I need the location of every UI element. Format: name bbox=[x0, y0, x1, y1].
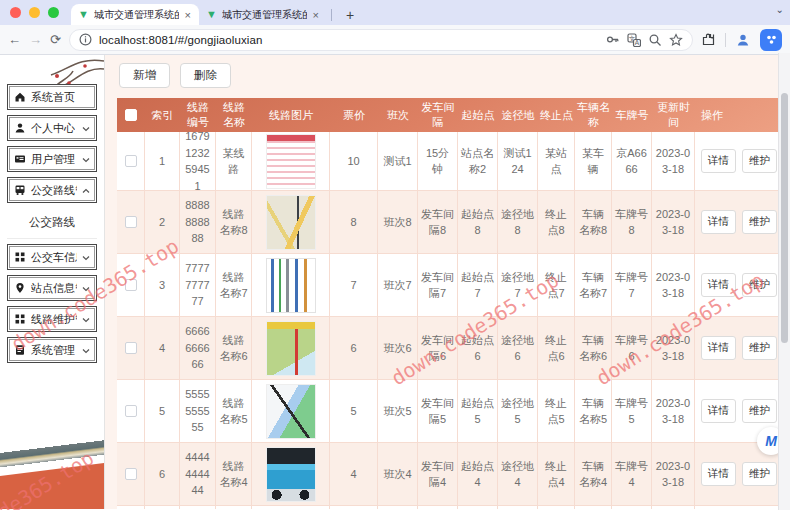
zoom-window-button[interactable] bbox=[48, 7, 59, 18]
site-info-icon[interactable] bbox=[79, 33, 92, 46]
column-header-origin: 起始点 bbox=[458, 98, 498, 132]
row-checkbox[interactable] bbox=[125, 468, 137, 480]
sidebar-item-stations[interactable]: 站点信息管理 bbox=[7, 275, 97, 301]
cell-via: 途径地8 bbox=[498, 191, 538, 254]
tab-title: 城市交通管理系统的设计与实现 bbox=[94, 8, 179, 22]
new-tab-button[interactable]: + bbox=[340, 7, 360, 23]
bookmark-star-icon[interactable] bbox=[669, 33, 683, 47]
row-checkbox[interactable] bbox=[125, 155, 137, 167]
sidebar-item-label: 系统首页 bbox=[31, 90, 75, 105]
sidebar-item-route-maintenance[interactable]: 线路维护管理 bbox=[7, 306, 97, 332]
cell-ops: 详情维护 bbox=[695, 254, 790, 317]
extensions-puzzle-icon[interactable] bbox=[701, 32, 716, 47]
zoom-page-icon[interactable] bbox=[648, 33, 662, 47]
cell-price bbox=[330, 506, 378, 509]
maintain-button[interactable]: 维护 bbox=[742, 462, 777, 486]
sidebar-item-bus-info[interactable]: 公交车信息管理 bbox=[7, 244, 97, 270]
row-checkbox[interactable] bbox=[125, 216, 137, 228]
maintain-button[interactable]: 维护 bbox=[742, 336, 777, 360]
tab-close-icon[interactable]: × bbox=[184, 9, 192, 21]
delete-button[interactable]: 删除 bbox=[180, 63, 231, 88]
cell-sel bbox=[117, 132, 145, 191]
route-image-thumbnail[interactable] bbox=[266, 134, 316, 189]
vue-favicon: ▼ bbox=[206, 9, 217, 20]
browser-window: ▼ 城市交通管理系统的设计与实现 × ▼ 城市交通管理系统的设计与实现 × + … bbox=[0, 0, 790, 510]
maintain-button[interactable]: 维护 bbox=[742, 210, 777, 234]
column-header-vehicle: 车辆名称 bbox=[575, 98, 612, 132]
table-row: 37777777777线路名称77班次7发车间隔7起始点7途径地7终止点7车辆名… bbox=[117, 254, 790, 317]
detail-button[interactable]: 详情 bbox=[701, 210, 736, 234]
cell-route_name: 线路名称7 bbox=[216, 254, 252, 317]
column-header-shift: 班次 bbox=[378, 98, 418, 132]
cell-ops bbox=[695, 506, 790, 509]
detail-button[interactable]: 详情 bbox=[701, 149, 736, 173]
row-checkbox[interactable] bbox=[125, 342, 137, 354]
add-button[interactable]: 新增 bbox=[119, 63, 170, 88]
url-text[interactable]: localhost:8081/#/gongjiaoluxian bbox=[99, 34, 598, 46]
tab-separator bbox=[331, 9, 332, 21]
sidebar-item-system[interactable]: 系统管理 bbox=[7, 337, 97, 363]
scrollbar-thumb[interactable] bbox=[781, 93, 788, 343]
row-checkbox[interactable] bbox=[125, 405, 137, 417]
route-image-thumbnail[interactable] bbox=[266, 258, 316, 313]
route-image-thumbnail[interactable] bbox=[266, 447, 316, 502]
cell-origin: 站点名称2 bbox=[458, 132, 498, 191]
workspace-app-icon[interactable] bbox=[760, 29, 782, 51]
sidebar-item-profile[interactable]: 个人中心 bbox=[7, 115, 97, 141]
tab-search-chevron-icon[interactable]: ⌄ bbox=[776, 4, 784, 15]
omnibox[interactable]: localhost:8081/#/gongjiaoluxian 文A bbox=[69, 29, 693, 51]
row-checkbox[interactable] bbox=[125, 279, 137, 291]
sidebar-item-bus-routes[interactable]: 公交路线管理 bbox=[7, 177, 97, 203]
vue-favicon: ▼ bbox=[78, 9, 89, 20]
select-all-checkbox[interactable] bbox=[125, 109, 137, 121]
password-key-icon[interactable] bbox=[605, 32, 620, 47]
cell-plate: 车牌号5 bbox=[612, 380, 652, 443]
back-icon[interactable]: ← bbox=[8, 33, 21, 46]
cell-vehicle bbox=[575, 506, 612, 509]
tab-close-icon[interactable]: × bbox=[312, 9, 320, 21]
browser-tab-inactive[interactable]: ▼ 城市交通管理系统的设计与实现 × bbox=[199, 4, 327, 25]
forward-icon[interactable]: → bbox=[29, 33, 42, 46]
header-select-cell[interactable] bbox=[117, 98, 145, 132]
sidebar-item-label: 线路维护管理 bbox=[31, 312, 77, 327]
minimize-window-button[interactable] bbox=[29, 7, 40, 18]
route-image-thumbnail[interactable] bbox=[266, 195, 316, 250]
cell-image bbox=[252, 443, 330, 506]
sidebar-subitem-bus-route[interactable]: 公交路线 bbox=[7, 215, 97, 230]
cell-interval bbox=[418, 506, 458, 509]
maintain-button[interactable]: 维护 bbox=[742, 149, 777, 173]
cell-via: 途径地5 bbox=[498, 380, 538, 443]
translate-icon[interactable]: 文A bbox=[627, 33, 641, 47]
map-pin-icon bbox=[14, 282, 26, 294]
browser-tab-active[interactable]: ▼ 城市交通管理系统的设计与实现 × bbox=[71, 4, 199, 25]
cell-plate: 京A6666 bbox=[612, 132, 652, 191]
maintain-button[interactable]: 维护 bbox=[742, 399, 777, 423]
cell-updated: 2023-03-18 bbox=[652, 254, 695, 317]
column-header-plate: 车牌号 bbox=[612, 98, 652, 132]
cell-interval: 发车间隔4 bbox=[418, 443, 458, 506]
cell-price: 4 bbox=[330, 443, 378, 506]
sidebar-menu: 系统首页 个人中心 用户管理 公交路线管理 bbox=[0, 84, 104, 363]
detail-button[interactable]: 详情 bbox=[701, 399, 736, 423]
reload-icon[interactable]: ⟳ bbox=[50, 33, 61, 46]
tab-strip: ▼ 城市交通管理系统的设计与实现 × ▼ 城市交通管理系统的设计与实现 × + … bbox=[0, 0, 790, 25]
cell-vehicle: 某车辆 bbox=[575, 132, 612, 191]
routes-table: 索引线路编号线路名称线路图片票价班次发车间隔起始点途径地终止点车辆名称车牌号更新… bbox=[117, 98, 790, 509]
close-window-button[interactable] bbox=[10, 7, 21, 18]
vertical-scrollbar[interactable] bbox=[778, 53, 790, 510]
cell-vehicle: 车辆名称6 bbox=[575, 317, 612, 380]
route-image-thumbnail[interactable] bbox=[266, 384, 316, 439]
sidebar-item-label: 公交车信息管理 bbox=[31, 250, 77, 265]
detail-button[interactable]: 详情 bbox=[701, 273, 736, 297]
sidebar-item-label: 用户管理 bbox=[31, 152, 75, 167]
sidebar-item-users[interactable]: 用户管理 bbox=[7, 146, 97, 172]
maintain-button[interactable]: 维护 bbox=[742, 273, 777, 297]
column-header-interval: 发车间隔 bbox=[418, 98, 458, 132]
route-image-thumbnail[interactable] bbox=[266, 321, 316, 376]
detail-button[interactable]: 详情 bbox=[701, 336, 736, 360]
cell-plate: 车牌号8 bbox=[612, 191, 652, 254]
profile-avatar-icon[interactable] bbox=[735, 32, 751, 48]
detail-button[interactable]: 详情 bbox=[701, 462, 736, 486]
cell-via: 测试124 bbox=[498, 132, 538, 191]
sidebar-item-home[interactable]: 系统首页 bbox=[7, 84, 97, 110]
